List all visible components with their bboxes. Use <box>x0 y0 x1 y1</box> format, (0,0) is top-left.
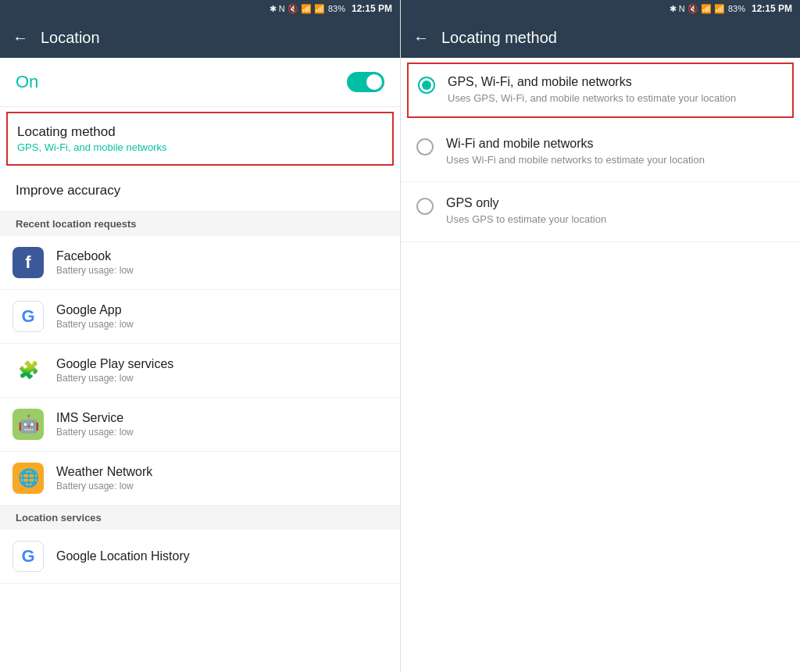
ims-service-text: IMS Service Battery usage: low <box>56 411 134 438</box>
ims-service-sub: Battery usage: low <box>56 427 134 438</box>
play-services-item[interactable]: 🧩 Google Play services Battery usage: lo… <box>0 344 400 398</box>
gps-wifi-mobile-text: GPS, Wi-Fi, and mobile networks Uses GPS… <box>448 75 736 105</box>
location-history-text: Google Location History <box>56 549 190 563</box>
right-content: GPS, Wi-Fi, and mobile networks Uses GPS… <box>401 58 800 672</box>
right-time: 12:15 PM <box>752 3 792 14</box>
google-app-item[interactable]: G Google App Battery usage: low <box>0 290 400 344</box>
facebook-name: Facebook <box>56 249 134 263</box>
location-toggle-row[interactable]: On <box>0 58 400 107</box>
weather-network-sub: Battery usage: low <box>56 481 152 491</box>
location-services-header: Location services <box>0 506 400 530</box>
weather-network-name: Weather Network <box>56 465 152 479</box>
improve-accuracy-item[interactable]: Improve accuracy <box>0 170 400 212</box>
right-page-title: Locating method <box>441 29 557 47</box>
play-services-sub: Battery usage: low <box>56 373 173 384</box>
play-services-icon: 🧩 <box>12 355 44 386</box>
left-content: On Locating method GPS, Wi-Fi, and mobil… <box>0 58 400 672</box>
left-status-icons: ✱ N 🔇 📶 📶 <box>270 4 325 14</box>
left-top-bar: ← Location <box>0 17 400 58</box>
gps-wifi-mobile-sub: Uses GPS, Wi-Fi, and mobile networks to … <box>448 91 736 105</box>
right-battery: 83% <box>728 4 745 13</box>
option-gps-only[interactable]: GPS only Uses GPS to estimate your locat… <box>401 182 800 241</box>
location-history-icon: G <box>12 541 44 572</box>
locating-method-item[interactable]: Locating method GPS, Wi-Fi, and mobile n… <box>6 112 394 166</box>
left-page-title: Location <box>41 29 100 47</box>
google-app-text: Google App Battery usage: low <box>56 303 134 330</box>
right-top-bar: ← Locating method <box>401 17 800 58</box>
right-panel: ✱ N 🔇 📶 📶 83% 12:15 PM ← Locating method… <box>400 0 800 672</box>
gps-wifi-mobile-title: GPS, Wi-Fi, and mobile networks <box>448 75 736 89</box>
locating-method-subtitle: GPS, Wi-Fi, and mobile networks <box>17 141 383 153</box>
weather-network-item[interactable]: 🌐 Weather Network Battery usage: low <box>0 452 400 506</box>
android-icon: 🤖 <box>12 409 44 440</box>
gps-only-title: GPS only <box>446 196 606 210</box>
weather-network-text: Weather Network Battery usage: low <box>56 465 152 491</box>
play-services-text: Google Play services Battery usage: low <box>56 357 173 384</box>
facebook-app-item[interactable]: f Facebook Battery usage: low <box>0 236 400 290</box>
right-status-icons: ✱ N 🔇 📶 📶 <box>670 4 725 14</box>
locating-method-title: Locating method <box>17 124 383 140</box>
weather-icon: 🌐 <box>12 463 44 494</box>
right-back-button[interactable]: ← <box>413 29 429 47</box>
wifi-mobile-sub: Uses Wi-Fi and mobile networks to estima… <box>446 153 705 167</box>
left-time: 12:15 PM <box>352 3 392 14</box>
google-app-name: Google App <box>56 303 134 317</box>
google-app-sub: Battery usage: low <box>56 319 134 330</box>
wifi-mobile-text: Wi-Fi and mobile networks Uses Wi-Fi and… <box>446 137 705 167</box>
ims-service-item[interactable]: 🤖 IMS Service Battery usage: low <box>0 398 400 452</box>
gps-only-text: GPS only Uses GPS to estimate your locat… <box>446 196 606 227</box>
facebook-sub: Battery usage: low <box>56 265 134 276</box>
google-icon: G <box>12 301 44 332</box>
ims-service-name: IMS Service <box>56 411 134 425</box>
facebook-icon: f <box>12 247 44 278</box>
left-panel: ✱ N 🔇 📶 📶 83% 12:15 PM ← Location On Loc… <box>0 0 400 672</box>
left-battery: 83% <box>328 4 345 13</box>
option-wifi-mobile[interactable]: Wi-Fi and mobile networks Uses Wi-Fi and… <box>401 123 800 182</box>
location-history-item[interactable]: G Google Location History <box>0 530 400 584</box>
left-status-bar: ✱ N 🔇 📶 📶 83% 12:15 PM <box>0 0 400 17</box>
wifi-mobile-title: Wi-Fi and mobile networks <box>446 137 705 151</box>
toggle-label: On <box>16 72 38 92</box>
location-history-name: Google Location History <box>56 549 190 563</box>
right-status-bar: ✱ N 🔇 📶 📶 83% 12:15 PM <box>401 0 800 17</box>
location-toggle-switch[interactable] <box>347 72 384 92</box>
radio-gps-only <box>416 198 434 215</box>
facebook-text: Facebook Battery usage: low <box>56 249 134 276</box>
play-services-name: Google Play services <box>56 357 173 371</box>
left-back-button[interactable]: ← <box>12 29 28 47</box>
radio-gps-wifi-mobile <box>418 77 435 94</box>
radio-wifi-mobile <box>416 138 434 155</box>
gps-only-sub: Uses GPS to estimate your location <box>446 213 606 227</box>
recent-requests-header: Recent location requests <box>0 212 400 236</box>
option-gps-wifi-mobile[interactable]: GPS, Wi-Fi, and mobile networks Uses GPS… <box>407 63 794 118</box>
